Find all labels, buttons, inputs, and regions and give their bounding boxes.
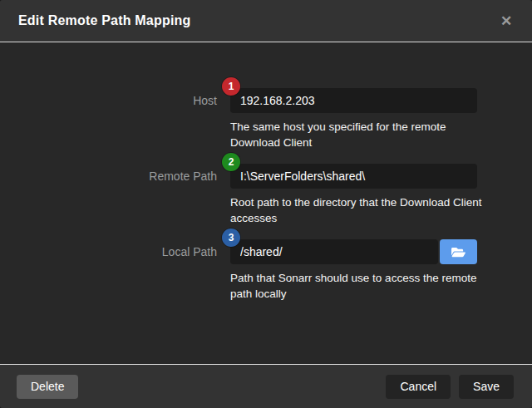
remote-path-label: Remote Path bbox=[0, 164, 230, 226]
local-path-help-text: Path that Sonarr should use to access th… bbox=[230, 270, 493, 302]
folder-open-icon bbox=[451, 246, 466, 258]
annotation-badge-3: 3 bbox=[222, 229, 240, 247]
local-path-label: Local Path bbox=[0, 239, 230, 302]
host-control: 1 The same host you specified for the re… bbox=[230, 88, 480, 150]
remote-path-input[interactable] bbox=[230, 164, 477, 189]
modal-header: Edit Remote Path Mapping ✕ bbox=[0, 0, 532, 42]
host-input[interactable] bbox=[230, 88, 477, 113]
cancel-button[interactable]: Cancel bbox=[386, 375, 451, 399]
delete-button[interactable]: Delete bbox=[17, 375, 78, 399]
form-row-host: Host 1 The same host you specified for t… bbox=[0, 88, 532, 150]
edit-remote-path-mapping-modal: Edit Remote Path Mapping ✕ Host 1 The sa… bbox=[0, 0, 532, 408]
browse-path-button[interactable] bbox=[440, 239, 477, 264]
local-path-control: 3 Path that Sonarr should use to access … bbox=[230, 239, 480, 302]
form-row-remote-path: Remote Path 2 Root path to the directory… bbox=[0, 164, 532, 226]
form-row-local-path: Local Path 3 Path that Sonarr should use… bbox=[0, 239, 532, 302]
annotation-badge-1: 1 bbox=[222, 77, 240, 96]
annotation-badge-2: 2 bbox=[222, 153, 240, 171]
remote-path-control: 2 Root path to the directory that the Do… bbox=[230, 164, 480, 226]
modal-footer: Delete Cancel Save bbox=[0, 364, 532, 408]
modal-title: Edit Remote Path Mapping bbox=[18, 13, 190, 28]
modal-body: Host 1 The same host you specified for t… bbox=[0, 42, 532, 364]
close-icon[interactable]: ✕ bbox=[495, 10, 517, 32]
remote-path-help-text: Root path to the directory that the Down… bbox=[230, 194, 493, 226]
host-label: Host bbox=[0, 88, 230, 150]
host-help-text: The same host you specified for the remo… bbox=[230, 119, 493, 150]
local-path-input[interactable] bbox=[230, 239, 438, 264]
save-button[interactable]: Save bbox=[459, 375, 514, 399]
